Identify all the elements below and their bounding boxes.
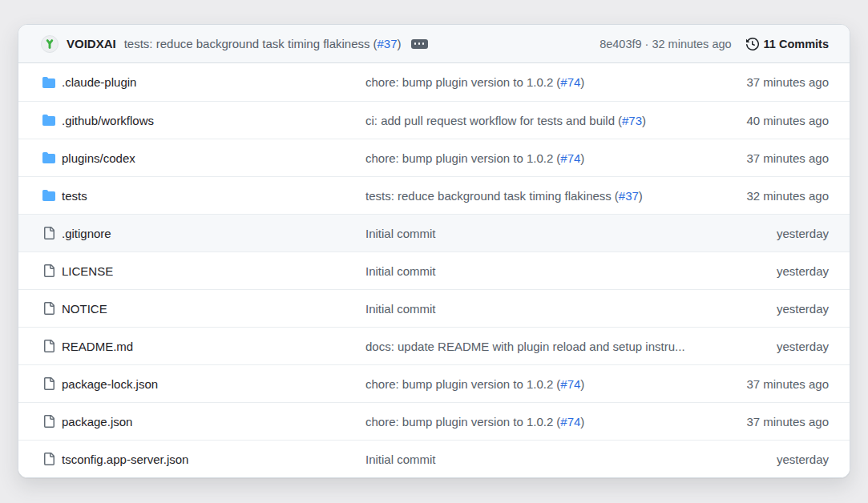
- file-row[interactable]: plugins/codex chore: bump plugin version…: [18, 139, 850, 176]
- commit-message-link[interactable]: Initial commit: [365, 227, 436, 240]
- commit-time: yesterday: [777, 227, 829, 240]
- commit-time: 37 minutes ago: [746, 151, 829, 165]
- commit-time: yesterday: [777, 453, 829, 466]
- commit-time: 32 minutes ago: [746, 189, 829, 203]
- pr-link[interactable]: #37: [619, 189, 639, 203]
- commits-count-label: 11 Commits: [764, 38, 829, 50]
- file-name-link[interactable]: package-lock.json: [62, 377, 158, 391]
- commit-description-ellipsis-button[interactable]: [411, 39, 428, 49]
- file-row[interactable]: .github/workflows ci: add pull request w…: [18, 101, 850, 139]
- avatar-logo-icon: [41, 35, 59, 53]
- commit-sha-and-time: 8e403f9 · 32 minutes ago: [600, 38, 731, 50]
- file-icon: [42, 264, 55, 277]
- repo-file-browser: VOIDXAI tests: reduce background task ti…: [18, 24, 850, 478]
- file-name-link[interactable]: README.md: [62, 340, 133, 353]
- commit-message-link[interactable]: Initial commit: [365, 302, 436, 316]
- file-icon: [42, 340, 55, 352]
- commit-time: yesterday: [777, 264, 829, 278]
- folder-icon: [42, 151, 55, 164]
- file-name-link[interactable]: NOTICE: [62, 302, 107, 316]
- file-row[interactable]: .claude-plugin chore: bump plugin versio…: [18, 63, 850, 101]
- commit-message-link[interactable]: ci: add pull request workflow for tests …: [365, 114, 615, 127]
- file-icon: [42, 302, 55, 315]
- commit-meta: 8e403f9 · 32 minutes ago 11 Commits: [600, 38, 829, 50]
- commit-time: 37 minutes ago: [746, 377, 829, 391]
- commit-message-link[interactable]: chore: bump plugin version to 1.0.2: [365, 415, 553, 429]
- pr-link[interactable]: #73: [622, 114, 642, 127]
- file-row[interactable]: package.json chore: bump plugin version …: [18, 402, 850, 440]
- commit-message-link[interactable]: chore: bump plugin version to 1.0.2: [365, 75, 553, 89]
- commits-history-link[interactable]: 11 Commits: [746, 38, 829, 50]
- file-row[interactable]: LICENSE Initial commit yesterday: [18, 252, 850, 289]
- file-icon: [42, 453, 55, 465]
- commit-message-link[interactable]: Initial commit: [365, 453, 436, 466]
- commit-message-link[interactable]: docs: update README with plugin reload a…: [365, 340, 685, 353]
- commit-time: yesterday: [777, 340, 829, 353]
- file-name-link[interactable]: .gitignore: [62, 227, 111, 240]
- pr-reference: (#74): [556, 415, 584, 429]
- commit-message-link[interactable]: tests: reduce background task timing fla…: [365, 189, 612, 203]
- file-name-link[interactable]: tsconfig.app-server.json: [62, 453, 188, 466]
- file-name-link[interactable]: plugins/codex: [62, 151, 135, 165]
- file-row[interactable]: README.md docs: update README with plugi…: [18, 327, 850, 364]
- latest-commit-pr-link[interactable]: #37: [377, 37, 398, 50]
- file-row[interactable]: tsconfig.app-server.json Initial commit …: [18, 440, 850, 477]
- commit-time: 37 minutes ago: [746, 75, 829, 89]
- commit-time: 40 minutes ago: [746, 114, 829, 127]
- commit-time: 37 minutes ago: [746, 415, 829, 429]
- file-name-link[interactable]: .github/workflows: [62, 114, 154, 127]
- commit-time: yesterday: [777, 302, 829, 316]
- pr-reference: (#74): [556, 151, 584, 165]
- file-row[interactable]: NOTICE Initial commit yesterday: [18, 289, 850, 327]
- folder-icon: [42, 189, 55, 202]
- pr-reference: (#37): [615, 189, 643, 203]
- committer-avatar[interactable]: [41, 35, 59, 53]
- pr-link[interactable]: #74: [560, 151, 580, 165]
- pr-link[interactable]: #74: [560, 75, 580, 89]
- commit-message-link[interactable]: chore: bump plugin version to 1.0.2: [365, 377, 553, 391]
- folder-icon: [42, 114, 55, 127]
- pr-link[interactable]: #74: [560, 377, 580, 391]
- folder-icon: [42, 76, 55, 89]
- file-name-link[interactable]: .claude-plugin: [62, 75, 136, 89]
- pr-reference: (#73): [618, 114, 646, 127]
- file-name-link[interactable]: package.json: [62, 415, 132, 429]
- file-name-link[interactable]: tests: [62, 189, 87, 203]
- latest-commit-pr-reference: (#37): [373, 37, 402, 50]
- committer-name[interactable]: VOIDXAI: [67, 37, 116, 50]
- file-list: .claude-plugin chore: bump plugin versio…: [18, 63, 850, 477]
- commit-message-link[interactable]: chore: bump plugin version to 1.0.2: [365, 151, 553, 165]
- file-name-link[interactable]: LICENSE: [62, 264, 113, 278]
- file-icon: [42, 227, 55, 239]
- latest-commit-message[interactable]: tests: reduce background task timing fla…: [124, 37, 370, 50]
- history-clock-icon: [746, 38, 759, 50]
- latest-commit-header: VOIDXAI tests: reduce background task ti…: [18, 25, 850, 63]
- file-row[interactable]: tests tests: reduce background task timi…: [18, 176, 850, 214]
- pr-link[interactable]: #74: [560, 415, 580, 429]
- file-icon: [42, 415, 55, 428]
- file-row[interactable]: package-lock.json chore: bump plugin ver…: [18, 364, 850, 402]
- pr-reference: (#74): [556, 75, 584, 89]
- pr-reference: (#74): [556, 377, 584, 391]
- file-row[interactable]: .gitignore Initial commit yesterday: [18, 214, 850, 252]
- commit-message-link[interactable]: Initial commit: [365, 264, 436, 278]
- file-icon: [42, 377, 55, 390]
